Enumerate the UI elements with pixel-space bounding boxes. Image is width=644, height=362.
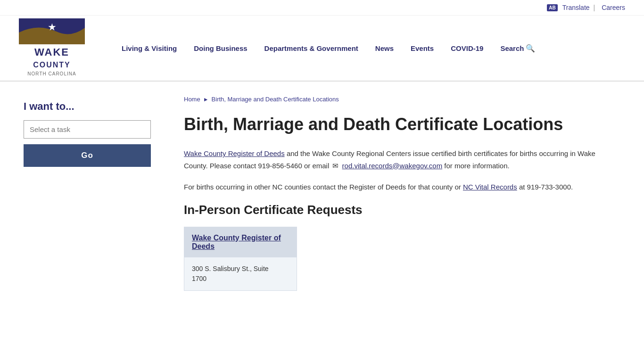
breadcrumb-current: Birth, Marriage and Death Certificate Lo… [212, 96, 339, 103]
intro-text-suffix-1: for more information. [442, 162, 510, 170]
breadcrumb-arrow: ► [203, 96, 209, 103]
breadcrumb-home[interactable]: Home [184, 96, 200, 103]
utility-bar: AB Translate | Careers [0, 0, 644, 16]
main-content: Home ► Birth, Marriage and Death Certifi… [165, 82, 644, 362]
translate-link[interactable]: Translate [562, 4, 590, 11]
search-icon: 🔍 [526, 44, 535, 53]
task-select-input[interactable] [24, 120, 151, 139]
email-link[interactable]: rod.vital.records@wakegov.com [342, 162, 443, 170]
nav-living-visiting[interactable]: Living & Visiting [113, 44, 185, 52]
logo-flag: ★ [19, 18, 85, 44]
card-body: 300 S. Salisbury St., Suite 1700 [184, 257, 297, 290]
nc-vital-link[interactable]: NC Vital Records [463, 183, 517, 191]
nav-news[interactable]: News [367, 44, 402, 52]
register-of-deeds-link[interactable]: Wake County Register of Deeds [184, 149, 285, 157]
email-icon: ✉ [332, 160, 339, 172]
intro-paragraph-2: For births occurring in other NC countie… [184, 181, 616, 193]
main-nav: Living & Visiting Doing Business Departm… [113, 44, 625, 53]
card-address: 300 S. Salisbury St., Suite 1700 [192, 264, 289, 284]
nav-events[interactable]: Events [402, 44, 442, 52]
nav-doing-business[interactable]: Doing Business [185, 44, 256, 52]
logo-text: WAKE COUNTY NORTH CAROLINA [27, 45, 76, 78]
breadcrumb: Home ► Birth, Marriage and Death Certifi… [184, 96, 616, 103]
intro-paragraph-1: Wake County Register of Deeds and the Wa… [184, 148, 616, 172]
sidebar: I want to... Go [0, 82, 165, 362]
sidebar-title: I want to... [24, 100, 151, 113]
divider: | [594, 4, 595, 11]
location-card: Wake County Register of Deeds 300 S. Sal… [184, 227, 297, 291]
card-grid: Wake County Register of Deeds 300 S. Sal… [184, 227, 616, 291]
card-title-link[interactable]: Wake County Register of Deeds [192, 234, 281, 250]
nav-covid19[interactable]: COVID-19 [442, 44, 492, 52]
nav-search[interactable]: Search 🔍 [492, 44, 544, 53]
intro-text-suffix-2: at 919-733-3000. [517, 183, 573, 191]
go-button[interactable]: Go [24, 144, 151, 167]
card-header: Wake County Register of Deeds [184, 227, 297, 257]
careers-link[interactable]: Careers [602, 4, 625, 11]
section-title: In-Person Certificate Requests [184, 203, 616, 217]
page-title: Birth, Marriage and Death Certificate Lo… [184, 114, 616, 134]
svg-text:★: ★ [48, 23, 56, 32]
translate-icon: AB [547, 4, 557, 11]
site-header: ★ WAKE COUNTY NORTH CAROLINA Living & Vi… [0, 16, 644, 82]
page-layout: I want to... Go Home ► Birth, Marriage a… [0, 82, 644, 362]
intro-text-2: For births occurring in other NC countie… [184, 183, 463, 191]
nav-departments[interactable]: Departments & Government [256, 44, 367, 52]
logo-area: ★ WAKE COUNTY NORTH CAROLINA [19, 18, 85, 78]
